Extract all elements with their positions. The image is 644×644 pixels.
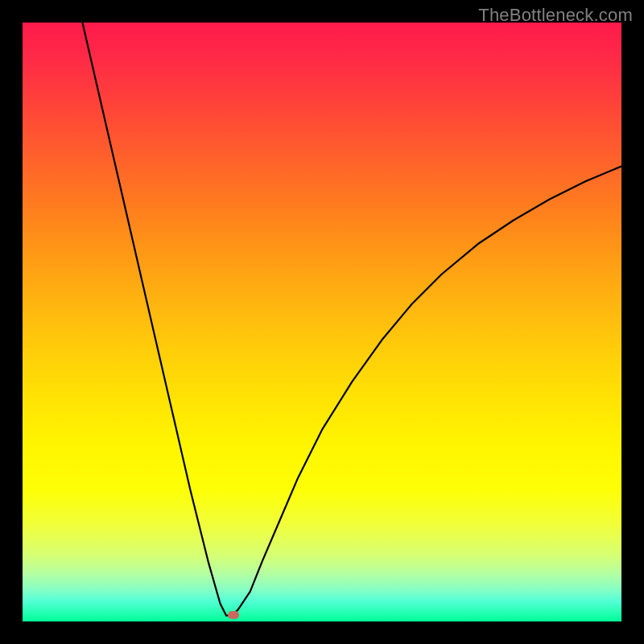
watermark-text: TheBottleneck.com xyxy=(478,5,633,26)
chart-area xyxy=(23,23,621,621)
chart-gradient-bg xyxy=(23,23,621,621)
optimum-marker-icon xyxy=(228,611,239,619)
